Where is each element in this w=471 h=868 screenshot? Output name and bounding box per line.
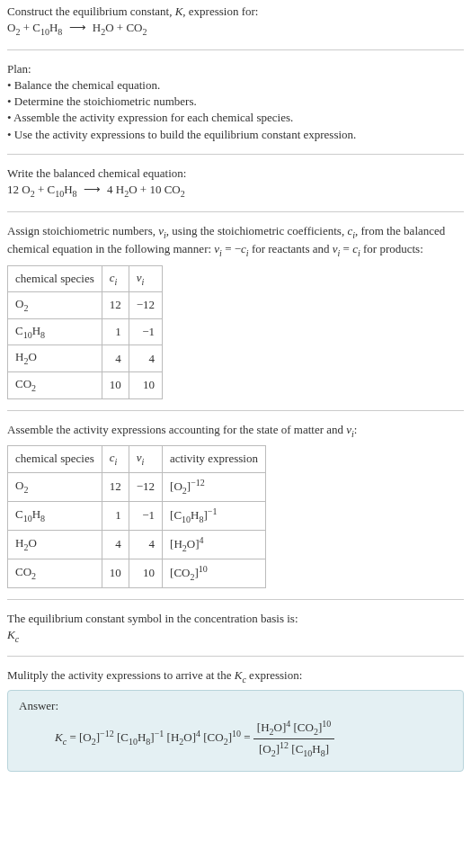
species-c10h8: C10H8 — [32, 21, 62, 34]
kc-symbol-block: The equilibrium constant symbol in the c… — [7, 611, 464, 646]
plan-title: Plan: — [7, 61, 464, 77]
arrow-icon: ⟶ — [66, 21, 90, 34]
activity-table: chemical species ci νi activity expressi… — [7, 445, 266, 587]
divider — [7, 154, 464, 155]
divider — [7, 49, 464, 50]
unbalanced-equation: O2 + C10H8 ⟶ H2O + CO2 — [7, 20, 464, 39]
assign-text: Assign stoichiometric numbers, νi, using… — [7, 223, 464, 260]
table-header-row: chemical species ci νi activity expressi… — [8, 446, 266, 473]
divider — [7, 656, 464, 657]
plan-bullet-3: • Assemble the activity expression for e… — [7, 110, 464, 126]
species-co2: CO2 — [164, 183, 185, 196]
table-row: O2 12 −12 — [8, 292, 163, 319]
plan-bullet-2: • Determine the stoichiometric numbers. — [7, 94, 464, 110]
col-activity: activity expression — [163, 446, 266, 473]
plan-block: Plan: • Balance the chemical equation. •… — [7, 61, 464, 143]
multiply-prompt: Mulitply the activity expressions to arr… — [7, 667, 464, 686]
divider — [7, 410, 464, 411]
kc-symbol: Kc — [7, 627, 464, 646]
col-ci: ci — [102, 446, 129, 473]
balanced-equation: 12 O2 + C10H8 ⟶ 4 H2O + 10 CO2 — [7, 182, 464, 201]
answer-label: Answer: — [19, 698, 452, 714]
table-row: CO2 10 10 — [8, 372, 163, 399]
intro-text-1: Construct the equilibrium constant, — [7, 4, 175, 18]
species-o2: O2 — [22, 183, 34, 196]
table-row: C10H8 1 −1 — [8, 318, 163, 345]
plan-bullet-4: • Use the activity expressions to build … — [7, 127, 464, 143]
col-species: chemical species — [8, 446, 102, 473]
table-row: H2O 4 4 [H2O]4 — [8, 530, 266, 559]
divider — [7, 599, 464, 600]
species-co2: CO2 — [126, 21, 147, 34]
answer-box: Answer: Kc = [O2]−12 [C10H8]−1 [H2O]4 [C… — [7, 690, 464, 772]
stoich-table: chemical species ci νi O2 12 −12 C10H8 1… — [7, 265, 163, 399]
intro-block: Construct the equilibrium constant, K, e… — [7, 4, 464, 20]
species-o2: O2 — [7, 21, 20, 34]
arrow-icon: ⟶ — [80, 183, 104, 196]
answer-equation: Kc = [O2]−12 [C10H8]−1 [H2O]4 [CO2]10 = … — [19, 714, 452, 760]
assemble-prompt: Assemble the activity expressions accoun… — [7, 422, 464, 441]
col-ci: ci — [102, 265, 129, 292]
species-c10h8: C10H8 — [47, 183, 76, 196]
fraction: [H2O]4 [CO2]10 [O2]12 [C10H8] — [253, 718, 334, 760]
fraction-numerator: [H2O]4 [CO2]10 — [253, 718, 334, 739]
col-species: chemical species — [8, 265, 102, 292]
table-header-row: chemical species ci νi — [8, 265, 163, 292]
table-row: H2O 4 4 — [8, 345, 163, 372]
table-row: C10H8 1 −1 [C10H8]−1 — [8, 501, 266, 530]
intro-text-2: , expression for: — [182, 4, 258, 18]
col-nui: νi — [129, 265, 162, 292]
kc-prompt: The equilibrium constant symbol in the c… — [7, 611, 464, 627]
balanced-prompt: Write the balanced chemical equation: — [7, 166, 464, 182]
species-h2o: H2O — [116, 183, 138, 196]
divider — [7, 211, 464, 212]
table-row: CO2 10 10 [CO2]10 — [8, 559, 266, 587]
species-h2o: H2O — [93, 21, 114, 34]
plan-bullet-1: • Balance the chemical equation. — [7, 77, 464, 94]
col-nui: νi — [129, 446, 162, 473]
fraction-denominator: [O2]12 [C10H8] — [253, 739, 334, 760]
table-row: O2 12 −12 [O2]−12 — [8, 472, 266, 501]
